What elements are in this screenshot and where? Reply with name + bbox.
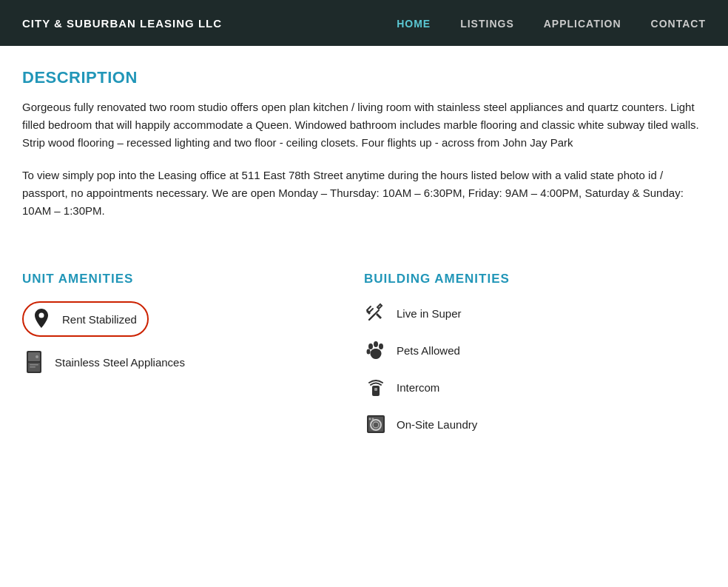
intercom-label: Intercom xyxy=(397,381,439,394)
nav-item-contact[interactable]: CONTACT xyxy=(651,17,706,30)
amenity-rent-stabilized: Rent Stabilized xyxy=(22,301,149,337)
amenity-live-in-super: Live in Super xyxy=(364,301,706,325)
amenities-section: UNIT AMENITIES Rent Stabilized xyxy=(0,257,728,464)
svg-point-3 xyxy=(36,355,38,358)
unit-amenities-title: UNIT AMENITIES xyxy=(22,272,364,286)
building-amenities-title: BUILDING AMENITIES xyxy=(364,272,706,286)
svg-point-8 xyxy=(374,341,378,347)
live-in-super-label: Live in Super xyxy=(397,307,462,320)
nav-link-contact[interactable]: CONTACT xyxy=(651,18,706,30)
building-amenities-column: BUILDING AMENITIES Live in Super xyxy=(364,272,706,449)
washer-icon xyxy=(364,412,388,436)
description-body2: To view simply pop into the Leasing offi… xyxy=(22,167,706,220)
nav-link-application[interactable]: APPLICATION xyxy=(544,18,621,30)
svg-point-18 xyxy=(372,418,374,420)
tools-icon xyxy=(364,301,388,325)
pets-allowed-label: Pets Allowed xyxy=(397,344,460,357)
location-pin-icon xyxy=(30,307,53,331)
rent-stabilized-label: Rent Stabilized xyxy=(62,313,137,326)
svg-line-6 xyxy=(369,315,374,320)
brand-logo: CITY & SUBURBAN LEASING LLC xyxy=(22,17,222,30)
nav-item-listings[interactable]: LISTINGS xyxy=(460,17,514,30)
description-section: DESCRIPTION Gorgeous fully renovated two… xyxy=(0,46,728,257)
amenity-intercom: Intercom xyxy=(364,375,706,399)
svg-rect-4 xyxy=(30,364,38,366)
stainless-steel-label: Stainless Steel Appliances xyxy=(55,356,185,369)
nav-item-application[interactable]: APPLICATION xyxy=(544,17,621,30)
paw-icon xyxy=(364,338,388,362)
nav-link-home[interactable]: HOME xyxy=(397,18,431,30)
intercom-icon xyxy=(364,375,388,399)
unit-amenities-column: UNIT AMENITIES Rent Stabilized xyxy=(22,272,364,449)
nav-links: HOME LISTINGS APPLICATION CONTACT xyxy=(397,17,706,30)
appliance-icon xyxy=(22,350,46,374)
description-title: DESCRIPTION xyxy=(22,68,706,87)
svg-point-9 xyxy=(379,343,383,349)
amenity-onsite-laundry: On-Site Laundry xyxy=(364,412,706,436)
nav-link-listings[interactable]: LISTINGS xyxy=(460,18,514,30)
svg-rect-5 xyxy=(30,366,36,368)
svg-rect-12 xyxy=(374,388,377,391)
amenity-stainless-steel: Stainless Steel Appliances xyxy=(22,350,364,374)
svg-point-7 xyxy=(368,343,373,349)
navbar: CITY & SUBURBAN LEASING LLC HOME LISTING… xyxy=(0,0,728,46)
svg-point-10 xyxy=(367,349,371,355)
description-body1: Gorgeous fully renovated two room studio… xyxy=(22,98,706,152)
nav-item-home[interactable]: HOME xyxy=(397,17,431,30)
amenity-pets-allowed: Pets Allowed xyxy=(364,338,706,362)
svg-point-17 xyxy=(369,418,371,420)
onsite-laundry-label: On-Site Laundry xyxy=(397,418,477,431)
